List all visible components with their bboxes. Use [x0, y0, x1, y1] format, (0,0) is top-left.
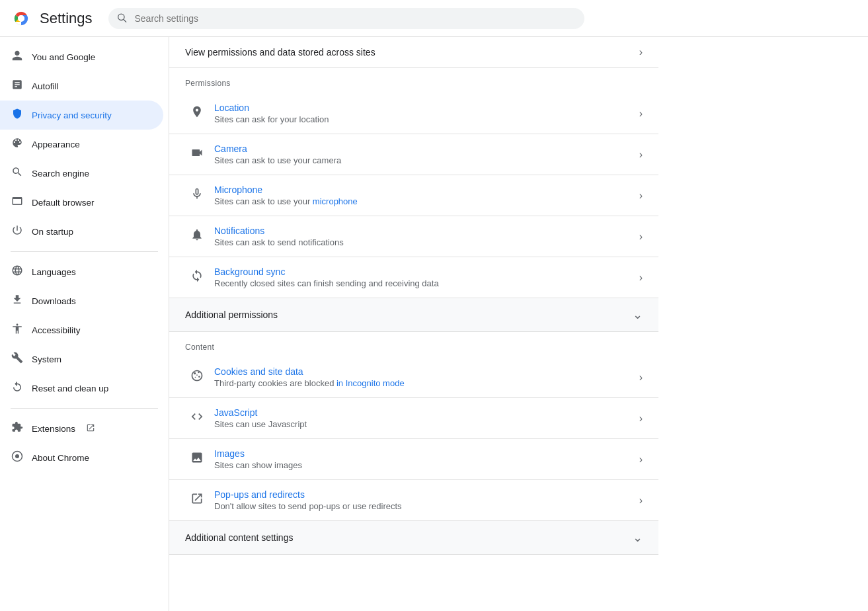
permission-location-row[interactable]: Location Sites can ask for your location…	[169, 93, 658, 134]
popups-text: Pop-ups and redirects Don't allow sites …	[209, 489, 634, 511]
camera-title: Camera	[214, 143, 634, 154]
permission-camera-row[interactable]: Camera Sites can ask to use your camera …	[169, 134, 658, 175]
camera-icon	[185, 146, 209, 163]
cookies-subtitle: Third-party cookies are blocked in Incog…	[214, 378, 634, 388]
autofill-icon	[11, 79, 24, 94]
sidebar-item-appearance[interactable]: Appearance	[0, 130, 163, 159]
sidebar-item-system[interactable]: System	[0, 345, 163, 374]
background-sync-subtitle: Recently closed sites can finish sending…	[214, 278, 634, 288]
content-javascript-row[interactable]: JavaScript Sites can use Javascript ›	[169, 398, 658, 439]
search-input[interactable]	[108, 8, 584, 29]
power-icon	[11, 224, 24, 239]
view-permissions-row[interactable]: View permissions and data stored across …	[169, 37, 658, 68]
svg-point-8	[198, 376, 200, 378]
microphone-subtitle: Sites can ask to use your microphone	[214, 196, 634, 206]
permission-background-sync-row[interactable]: Background sync Recently closed sites ca…	[169, 257, 658, 298]
sidebar-label: Default browser	[32, 198, 95, 208]
top-bar: Settings	[0, 0, 868, 37]
notifications-subtitle: Sites can ask to send notifications	[214, 237, 634, 247]
background-sync-icon	[185, 269, 209, 286]
images-arrow: ›	[634, 454, 643, 466]
extensions-icon	[11, 421, 24, 436]
microphone-title: Microphone	[214, 184, 634, 195]
sidebar-label: Extensions	[32, 424, 75, 434]
sidebar-item-accessibility[interactable]: Accessibility	[0, 315, 163, 345]
permission-microphone-row[interactable]: Microphone Sites can ask to use your mic…	[169, 175, 658, 216]
images-icon	[185, 451, 209, 468]
notifications-text: Notifications Sites can ask to send noti…	[209, 225, 634, 247]
shield-icon	[11, 108, 24, 123]
cookies-text: Cookies and site data Third-party cookie…	[209, 366, 634, 388]
search-engine-icon	[11, 166, 24, 181]
content-images-row[interactable]: Images Sites can show images ›	[169, 439, 658, 480]
sidebar-label: Reset and clean up	[32, 384, 108, 393]
svg-point-2	[18, 15, 24, 22]
app-title: Settings	[40, 10, 93, 27]
sidebar-label: Accessibility	[32, 325, 81, 335]
cookies-title: Cookies and site data	[214, 366, 634, 377]
location-text: Location Sites can ask for your location	[209, 102, 634, 124]
sidebar-label: Languages	[32, 267, 76, 277]
search-icon	[116, 12, 127, 24]
popups-icon	[185, 492, 209, 509]
location-icon	[185, 105, 209, 122]
sidebar-item-extensions[interactable]: Extensions	[0, 414, 163, 443]
images-title: Images	[214, 448, 634, 459]
view-permissions-label: View permissions and data stored across …	[185, 47, 639, 58]
sidebar-item-search-engine[interactable]: Search engine	[0, 159, 163, 188]
sidebar-item-privacy-and-security[interactable]: Privacy and security	[0, 101, 163, 130]
camera-subtitle: Sites can ask to use your camera	[214, 155, 634, 165]
popups-subtitle: Don't allow sites to send pop-ups or use…	[214, 501, 634, 511]
javascript-arrow: ›	[634, 413, 643, 425]
svg-point-6	[194, 372, 196, 374]
microphone-arrow: ›	[634, 190, 643, 202]
sidebar-item-default-browser[interactable]: Default browser	[0, 188, 163, 217]
browser-icon	[11, 195, 24, 210]
content-inner: View permissions and data stored across …	[169, 37, 658, 581]
camera-arrow: ›	[634, 149, 643, 161]
background-sync-text: Background sync Recently closed sites ca…	[209, 266, 634, 288]
additional-content-label: Additional content settings	[185, 532, 633, 543]
sidebar-item-on-startup[interactable]: On startup	[0, 217, 163, 246]
additional-permissions-row[interactable]: Additional permissions ⌄	[169, 298, 658, 332]
sidebar-divider-1	[11, 251, 158, 252]
content-popups-row[interactable]: Pop-ups and redirects Don't allow sites …	[169, 480, 658, 521]
background-sync-title: Background sync	[214, 266, 634, 277]
sidebar-item-you-and-google[interactable]: You and Google	[0, 42, 163, 71]
sidebar-item-downloads[interactable]: Downloads	[0, 286, 163, 315]
images-text: Images Sites can show images	[209, 448, 634, 470]
images-subtitle: Sites can show images	[214, 460, 634, 470]
sidebar-divider-2	[11, 408, 158, 409]
external-link-icon	[86, 423, 95, 434]
sidebar-label: On startup	[32, 227, 73, 237]
popups-arrow: ›	[634, 495, 643, 507]
additional-permissions-label: Additional permissions	[185, 309, 633, 320]
notifications-arrow: ›	[634, 231, 643, 243]
sidebar-label: System	[32, 354, 61, 364]
popups-title: Pop-ups and redirects	[214, 489, 634, 500]
sidebar-label: You and Google	[32, 52, 95, 62]
location-title: Location	[214, 102, 634, 113]
content-cookies-row[interactable]: Cookies and site data Third-party cookie…	[169, 357, 658, 398]
background-sync-arrow: ›	[634, 272, 643, 284]
additional-content-settings-row[interactable]: Additional content settings ⌄	[169, 521, 658, 555]
about-chrome-icon	[11, 450, 24, 466]
reset-icon	[11, 381, 24, 396]
microphone-icon	[185, 187, 209, 204]
microphone-text: Microphone Sites can ask to use your mic…	[209, 184, 634, 206]
svg-line-4	[124, 19, 126, 22]
javascript-icon	[185, 410, 209, 427]
microphone-subtitle-link: microphone	[313, 196, 358, 206]
cookies-subtitle-before: Third-party cookies are blocked	[214, 378, 336, 388]
sidebar-label: Downloads	[32, 296, 76, 306]
cookies-arrow: ›	[634, 372, 643, 384]
sidebar-label: Privacy and security	[32, 110, 112, 120]
sidebar-item-about-chrome[interactable]: About Chrome	[0, 443, 163, 472]
sidebar-item-autofill[interactable]: Autofill	[0, 71, 163, 101]
person-icon	[11, 50, 24, 65]
permission-notifications-row[interactable]: Notifications Sites can ask to send noti…	[169, 216, 658, 257]
sidebar-item-languages[interactable]: Languages	[0, 257, 163, 286]
sidebar-label: About Chrome	[32, 453, 89, 463]
additional-permissions-chevron: ⌄	[633, 307, 643, 322]
sidebar-item-reset-and-clean[interactable]: Reset and clean up	[0, 374, 163, 403]
